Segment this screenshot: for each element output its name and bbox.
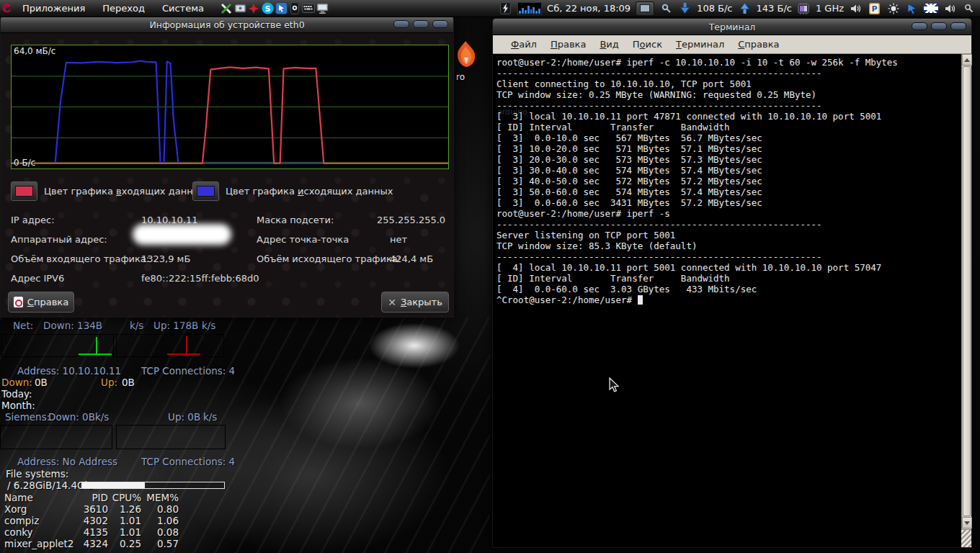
network-history-applet[interactable] [517, 2, 542, 15]
fs-bar-fill [82, 482, 145, 488]
skype-icon[interactable]: S [261, 1, 275, 15]
out-traffic-value: 424,4 мБ [390, 253, 433, 264]
download-speed: 108 Б/с [697, 3, 732, 14]
terminal-close-button[interactable] [950, 22, 966, 30]
conky-month-label: Month: [1, 400, 35, 411]
close-button[interactable]: ✕ Закрыть [381, 292, 449, 313]
menu-search[interactable]: Поиск [633, 39, 662, 50]
keyboard-icon[interactable] [302, 1, 316, 15]
conky-siemens-up: Up: 0B [168, 411, 200, 423]
mouse-cursor [609, 377, 620, 393]
conky-tcp1: TCP Connections: 4 [141, 365, 235, 377]
screenshot-tool-icon[interactable] [233, 1, 247, 15]
conky-up-value: 0B [122, 377, 135, 388]
remote-pointer-icon[interactable] [275, 1, 288, 15]
lightning-applet-icon[interactable] [499, 1, 512, 15]
terminal-title: Терминал [709, 22, 756, 32]
conky-net-down: Down: 134B [43, 320, 102, 331]
hw-address-label: Аппаратный адрес: [11, 234, 107, 245]
conky-upload-graph [116, 334, 224, 357]
netmask-value: 255.255.255.0 [377, 215, 445, 225]
traffic-graph-svg [12, 45, 448, 168]
terminal-maximize-button[interactable] [931, 22, 947, 30]
graph-ymin-label: 0 Б/с [14, 158, 35, 168]
minimize-button[interactable] [393, 20, 409, 28]
terminal-minimize-button[interactable] [912, 22, 927, 30]
ip-label: IP адрес: [11, 215, 55, 225]
svg-text:P: P [871, 4, 877, 14]
conky-siemens-upload-graph [116, 425, 226, 449]
resize-grip[interactable] [961, 529, 971, 547]
xorg-icon[interactable] [220, 1, 233, 15]
conky-up-label: Up: [101, 377, 117, 388]
conky-siemens-up-unit: k/s [203, 411, 217, 423]
ipv6-label: Адрес IPV6 [11, 273, 64, 284]
conky-download-graph [1, 334, 114, 357]
incoming-color-swatch[interactable] [11, 181, 37, 201]
ptp-label: Адрес точка-точка [257, 234, 349, 245]
upload-speed: 143 Б/с [757, 3, 792, 14]
scroll-down-button[interactable] [962, 517, 972, 529]
desktop-icon-arduino[interactable]: ro [454, 40, 490, 82]
menu-help[interactable]: Справка [738, 39, 779, 50]
terminal-cursor [638, 295, 643, 305]
terminal-output: root@user-2:/home/user# iperf -c 10.10.1… [493, 54, 961, 295]
conky-net-up-unit: k/s [202, 320, 215, 331]
scrollbar-thumb[interactable] [963, 66, 971, 516]
conky-address1: Address: 10.10.10.11 [17, 365, 121, 377]
search-icon[interactable] [962, 1, 976, 15]
conky-tcp2: TCP Connections: 4 [141, 456, 235, 467]
out-traffic-label: Объём исходящего трафика: [257, 253, 401, 264]
ptp-value: нет [390, 234, 407, 245]
cpu-frequency-icon[interactable] [797, 1, 811, 15]
keyboard-layout-flag-icon[interactable] [924, 4, 938, 13]
display-settings-icon[interactable] [636, 1, 654, 16]
plus-launcher-icon[interactable] [247, 1, 261, 15]
terminal-scrollbar[interactable] [961, 54, 971, 547]
download-arrow-icon [678, 1, 692, 15]
conky-net-up: Up: 178B [153, 320, 198, 331]
key-icon[interactable] [659, 1, 673, 15]
media-phone-icon[interactable] [288, 1, 302, 15]
menu-file[interactable]: Файл [511, 39, 537, 50]
graph-ymax-label: 64,0 мБ/с [14, 46, 55, 56]
menu-system[interactable]: Система [153, 0, 213, 17]
menu-terminal[interactable]: Терминал [676, 39, 724, 50]
debian-logo-icon[interactable] [0, 1, 14, 15]
svg-text:S: S [264, 4, 270, 14]
pointer-applet-icon[interactable] [905, 1, 919, 15]
outgoing-color-fill [197, 186, 215, 197]
terminal-prompt-line: ^Croot@user-2:/home/user# [493, 295, 961, 305]
scroll-up-button[interactable] [962, 54, 972, 66]
conky-down-value: 0B [35, 377, 48, 388]
menu-view[interactable]: Вид [600, 39, 618, 50]
volume-icon-2[interactable] [943, 1, 957, 15]
ipv6-value: fe80::222:15ff:febb:68d0 [141, 273, 259, 284]
menu-applications[interactable]: Приложения [14, 0, 94, 17]
close-window-button[interactable] [432, 20, 448, 28]
clipboard-manager-icon[interactable]: P [868, 1, 881, 15]
conky-fs-title: File systems: [6, 468, 68, 480]
conky-monitor: Net: Down: 134B k/s Up: 178B k/s Address… [0, 317, 238, 553]
netmask-label: Маска подсети: [257, 215, 334, 225]
conky-address2: Address: No Address [17, 456, 117, 467]
terminal-menubar: Файл Правка Вид Поиск Терминал Справка [493, 35, 971, 54]
menu-edit[interactable]: Правка [551, 39, 586, 50]
dialog-titlebar: Информация об устройстве eth0 [1, 17, 453, 33]
volume-icon[interactable] [849, 1, 863, 15]
graph-legend: Цвет графика входящих данных Цвет график… [1, 181, 453, 203]
outgoing-color-swatch[interactable] [192, 181, 219, 201]
hw-address-redacted [133, 224, 231, 245]
computer-icon[interactable] [316, 1, 329, 15]
conky-net-down-unit: k/s [130, 320, 143, 331]
help-button[interactable]: Справка [8, 292, 74, 313]
terminal-titlebar: Терминал [493, 19, 971, 35]
conky-siemens-down: Down: 0B [48, 411, 95, 423]
clock[interactable]: Сб, 22 ноя, 18:09 [547, 3, 631, 14]
maximize-button[interactable] [413, 20, 429, 28]
brightness-icon[interactable] [886, 1, 900, 15]
terminal-window: Терминал Файл Правка Вид Поиск Терминал … [492, 18, 972, 548]
incoming-color-fill [15, 186, 33, 197]
terminal-screen[interactable]: arduino root@user-2:/home/user# iperf -c… [493, 54, 961, 547]
menu-places[interactable]: Переход [94, 0, 153, 17]
